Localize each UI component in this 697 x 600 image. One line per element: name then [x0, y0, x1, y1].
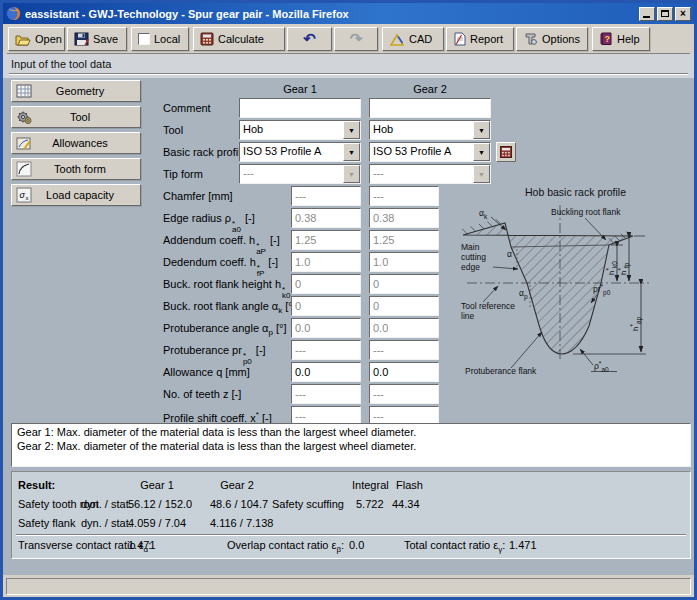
- gear2-column-header: Gear 2: [369, 83, 491, 95]
- field-comment-gear2[interactable]: [369, 98, 491, 118]
- sidebar-item-allowances[interactable]: Allowances: [11, 132, 141, 154]
- undo-button[interactable]: ↶: [287, 27, 332, 51]
- select-value-tool-gear1: Hob: [240, 121, 343, 139]
- field-edge-radius-gear1: [291, 208, 361, 228]
- field-allowance-q-gear2[interactable]: [369, 362, 439, 382]
- help-button[interactable]: ? Help: [592, 27, 650, 51]
- field-no-of-teeth-gear1: [291, 384, 361, 404]
- select-basic-rack-profile-gear2[interactable]: ISO 53 Profile A▼: [369, 142, 491, 162]
- status-bar: [3, 575, 694, 597]
- load-capacity-icon: σx: [14, 187, 34, 203]
- form-label-tool: Tool: [163, 124, 183, 136]
- field-addendum-coeff-gear2: [369, 230, 439, 250]
- tool-icon: [14, 109, 34, 125]
- form-label-no-of-teeth: No. of teeth z [-]: [163, 388, 241, 400]
- select-tool-gear2[interactable]: Hob▼: [369, 120, 491, 140]
- select-tool-gear1[interactable]: Hob▼: [239, 120, 361, 140]
- dropdown-arrow-icon[interactable]: ▼: [473, 143, 490, 161]
- field-buck-root-flank-height-gear2: [369, 274, 439, 294]
- select-tip-form-gear1: ---▼: [239, 164, 361, 184]
- safety-flank-gear1: 4.059 / 7.04: [128, 517, 186, 529]
- local-label: Local: [154, 33, 180, 45]
- protuberance-flank-label: Protuberance flank: [465, 366, 537, 376]
- result-panel: Result: Gear 1 Gear 2 Integral Flash Saf…: [11, 471, 691, 559]
- redo-icon: ↷: [350, 32, 363, 46]
- section-header: Input of the tool data: [3, 54, 694, 78]
- tool-reference-line-label-2: line: [461, 311, 475, 321]
- diagram-title: Hob basic rack profile: [453, 186, 697, 198]
- calculate-button[interactable]: Calculate: [193, 27, 285, 51]
- result-divider: [16, 534, 686, 536]
- sidebar-label-allowances: Allowances: [34, 137, 126, 149]
- total-contact-ratio-label: Total contact ratio εγ:: [404, 539, 505, 554]
- form-label-dedendum-coeff: Dedendum coeff. h*fP [-]: [163, 256, 278, 277]
- calculate-label: Calculate: [218, 33, 264, 45]
- local-checkbox-group[interactable]: Local: [131, 27, 189, 51]
- safety-flank-gear2: 4.116 / 7.138: [210, 517, 273, 529]
- sidebar-label-load-capacity: Load capacity: [34, 189, 126, 201]
- page-title: Input of the tool data: [11, 58, 111, 70]
- save-button[interactable]: Save: [67, 27, 127, 51]
- geometry-icon: [14, 83, 34, 99]
- total-contact-ratio-value: 1.471: [509, 539, 537, 551]
- field-no-of-teeth-gear2: [369, 384, 439, 404]
- cad-button[interactable]: CAD: [382, 27, 444, 51]
- field-buck-root-flank-angle-gear2: [369, 296, 439, 316]
- overlap-contact-ratio-label: Overlap contact ratio εβ:: [227, 539, 344, 554]
- local-checkbox[interactable]: [138, 33, 150, 45]
- options-clamp-icon: [523, 32, 538, 46]
- field-protuberance-pr-gear1: [291, 340, 361, 360]
- help-book-icon: ?: [599, 32, 613, 46]
- field-protuberance-angle-gear2: [369, 318, 439, 338]
- minimize-button[interactable]: [639, 7, 655, 21]
- firefox-icon: [6, 6, 21, 21]
- result-title: Result:: [18, 479, 55, 491]
- save-floppy-icon: [74, 32, 89, 46]
- dropdown-arrow-icon[interactable]: ▼: [473, 121, 490, 139]
- close-button[interactable]: ×: [675, 7, 691, 21]
- sidebar-label-geometry: Geometry: [34, 85, 126, 97]
- sidebar-item-tooth-form[interactable]: Tooth form: [11, 158, 141, 180]
- form-label-addendum-coeff: Addendum coeff. h*aP [-]: [163, 234, 280, 255]
- result-col-integral: Integral: [352, 479, 389, 491]
- maximize-button[interactable]: [657, 7, 673, 21]
- cad-label: CAD: [409, 33, 432, 45]
- select-basic-rack-profile-gear1[interactable]: ISO 53 Profile A▼: [239, 142, 361, 162]
- form-label-allowance-q: Allowance q [mm]: [163, 366, 250, 378]
- undo-icon: ↶: [303, 32, 316, 46]
- select-value-basic-rack-profile-gear1: ISO 53 Profile A: [240, 143, 343, 161]
- field-dedendum-coeff-gear2: [369, 252, 439, 272]
- status-panel: [6, 578, 691, 595]
- mini-calculator-icon: [500, 146, 512, 158]
- field-allowance-q-gear1[interactable]: [291, 362, 361, 382]
- transverse-contact-ratio-value: 1.471: [128, 539, 156, 551]
- sidebar-item-geometry[interactable]: Geometry: [11, 80, 141, 102]
- result-col-flash: Flash: [396, 479, 423, 491]
- select-value-tool-gear2: Hob: [370, 121, 473, 139]
- result-col-gear2: Gear 2: [204, 479, 270, 491]
- options-button[interactable]: Options: [516, 27, 588, 51]
- overlap-contact-ratio-value: 0.0: [349, 539, 364, 551]
- open-button[interactable]: Open: [8, 27, 65, 51]
- select-value-tip-form-gear1: ---: [240, 165, 343, 183]
- form-label-protuberance-pr: Protuberance pr*p0 [-]: [163, 344, 266, 365]
- safety-flank-mode: dyn. / stat.: [81, 517, 132, 529]
- safety-scuffing-label: Safety scuffing: [272, 498, 344, 510]
- rack-profile-edit-button[interactable]: [496, 142, 516, 162]
- sidebar-item-tool[interactable]: Tool: [11, 106, 141, 128]
- form-label-comment: Comment: [163, 102, 211, 114]
- report-document-icon: [453, 32, 466, 46]
- dropdown-arrow-icon[interactable]: ▼: [343, 143, 360, 161]
- sidebar-item-load-capacity[interactable]: σx Load capacity: [11, 184, 141, 206]
- form-label-basic-rack-profile: Basic rack profile: [163, 146, 247, 158]
- result-col-gear1: Gear 1: [124, 479, 190, 491]
- dropdown-arrow-icon[interactable]: ▼: [343, 121, 360, 139]
- svg-text:?: ?: [605, 34, 611, 44]
- field-addendum-coeff-gear1: [291, 230, 361, 250]
- alpha-k-label: αk: [479, 208, 488, 220]
- report-button[interactable]: Report: [446, 27, 514, 51]
- svg-text:x: x: [26, 195, 29, 201]
- allowances-icon: [14, 135, 34, 151]
- select-value-tip-form-gear2: ---: [370, 165, 473, 183]
- field-comment-gear1[interactable]: [239, 98, 361, 118]
